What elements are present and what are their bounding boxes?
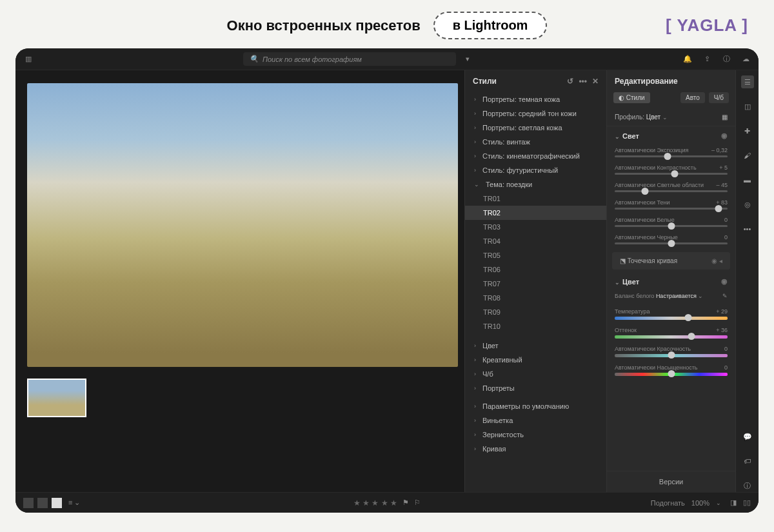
- profile-label: Профиль:: [615, 113, 644, 121]
- preset-item[interactable]: TR06: [465, 262, 606, 277]
- linear-gradient-icon[interactable]: ▬: [741, 173, 754, 186]
- slider[interactable]: Автоматически Черные0: [607, 232, 735, 250]
- auto-button[interactable]: Авто: [680, 92, 705, 103]
- tag-icon[interactable]: 🏷: [741, 455, 754, 468]
- flag-pick-icon[interactable]: ⚑: [402, 498, 409, 507]
- canvas-area: [15, 70, 464, 492]
- slider[interactable]: Автоматически Экспозиция– 0,32: [607, 145, 735, 163]
- wb-dropdown[interactable]: Настраивается: [656, 293, 697, 299]
- zoom-level[interactable]: 100%: [691, 499, 710, 507]
- color-slider[interactable]: Автоматически Насыщенность0: [607, 362, 735, 381]
- profile-value[interactable]: Цвет: [646, 113, 660, 121]
- wb-label: Баланс белого: [615, 293, 654, 299]
- more-icon[interactable]: •••: [579, 77, 587, 86]
- radial-gradient-icon[interactable]: ◎: [741, 198, 754, 211]
- preset-group-expanded[interactable]: ⌄Тема: поездки: [465, 177, 606, 192]
- view-single-icon[interactable]: [52, 498, 62, 508]
- comment-icon[interactable]: 💬: [741, 430, 754, 443]
- compare-icon[interactable]: ▯▯: [743, 498, 751, 507]
- close-icon[interactable]: ✕: [592, 77, 599, 86]
- slider[interactable]: Автоматически Белые0: [607, 215, 735, 232]
- preset-group[interactable]: ›Кривая: [465, 442, 606, 456]
- filter-icon[interactable]: ▾: [462, 54, 473, 64]
- rating-stars[interactable]: ★ ★ ★ ★ ★: [353, 498, 397, 507]
- bottombar: ≡ ⌄ ★ ★ ★ ★ ★ ⚑ ⚐ Подогнать 100% ⌄ ◨ ▯▯: [15, 492, 759, 513]
- eye-icon[interactable]: ◉: [721, 277, 728, 286]
- search-placeholder: Поиск по всем фотографиям: [263, 55, 362, 63]
- preset-defaults[interactable]: ›Параметры по умолчанию: [465, 399, 606, 413]
- help-icon[interactable]: ⓘ: [721, 54, 731, 64]
- preset-group[interactable]: ›Портреты: средний тон кожи: [465, 106, 606, 121]
- curve-button[interactable]: ⬔ Точечная кривая ◉ ◂: [612, 252, 730, 270]
- preset-group[interactable]: ›Портреты: темная кожа: [465, 92, 606, 106]
- preset-group[interactable]: ›Портреты: светлая кожа: [465, 121, 606, 135]
- bell-icon[interactable]: 🔔: [682, 54, 693, 64]
- preset-group[interactable]: ›Креативный: [465, 353, 606, 367]
- search-input[interactable]: 🔍 Поиск по всем фотографиям: [243, 52, 456, 66]
- presets-panel: Стили ↺ ••• ✕ ›Портреты: темная кожа›Пор…: [464, 70, 606, 492]
- topbar: ▥ 🔍 Поиск по всем фотографиям ▾ 🔔 ⇪ ⓘ ☁: [15, 48, 759, 70]
- preset-group[interactable]: ›Виньетка: [465, 413, 606, 428]
- preset-item[interactable]: TR09: [465, 305, 606, 319]
- more-tool-icon[interactable]: •••: [741, 222, 754, 235]
- sort-icon[interactable]: ≡ ⌄: [68, 498, 80, 507]
- presets-title: Стили: [473, 77, 497, 86]
- eye-icon[interactable]: ◉: [721, 132, 728, 140]
- preset-group[interactable]: ›Ч/б: [465, 367, 606, 381]
- crop-tool-icon[interactable]: ◫: [741, 100, 754, 113]
- preset-group[interactable]: ›Стиль: кинематографический: [465, 149, 606, 163]
- bw-button[interactable]: Ч/б: [709, 92, 729, 103]
- preset-item[interactable]: TR07: [465, 277, 606, 291]
- preset-item[interactable]: TR04: [465, 234, 606, 248]
- color-slider[interactable]: Автоматически Красочность0: [607, 344, 735, 362]
- color-slider[interactable]: Температура+ 29: [607, 306, 735, 325]
- preset-group[interactable]: ›Цвет: [465, 339, 606, 353]
- eyedropper-icon[interactable]: ✎: [722, 293, 728, 299]
- slider[interactable]: Автоматически Светлые области– 45: [607, 180, 735, 197]
- share-icon[interactable]: ⇪: [702, 54, 712, 64]
- page-title: Окно встроенных пресетов: [227, 17, 421, 34]
- slider[interactable]: Автоматически Контрастность+ 5: [607, 163, 735, 180]
- preset-group[interactable]: ›Портреты: [465, 381, 606, 395]
- preset-item[interactable]: TR10: [465, 319, 606, 333]
- preset-item[interactable]: TR02: [465, 206, 606, 220]
- view-grid-icon[interactable]: [23, 498, 34, 508]
- brand-logo: [ YAGLA ]: [666, 15, 748, 35]
- color-slider[interactable]: Оттенок+ 36: [607, 325, 735, 344]
- photo-preview[interactable]: [27, 83, 458, 367]
- info-icon[interactable]: ⓘ: [741, 479, 754, 492]
- slider[interactable]: Автоматически Тени+ 83: [607, 197, 735, 215]
- color-section-title[interactable]: Цвет: [622, 278, 639, 286]
- light-section-title[interactable]: Свет: [622, 132, 639, 140]
- edit-panel: Редактирование ◐ Стили Авто Ч/б Профиль:…: [606, 70, 735, 492]
- versions-button[interactable]: Версии: [607, 471, 735, 492]
- panel-toggle-icon[interactable]: ▥: [23, 54, 34, 64]
- preset-item[interactable]: TR08: [465, 291, 606, 305]
- undo-icon[interactable]: ↺: [567, 77, 573, 86]
- cloud-icon[interactable]: ☁: [740, 54, 751, 64]
- styles-button[interactable]: ◐ Стили: [613, 92, 650, 103]
- flag-reject-icon[interactable]: ⚐: [414, 498, 421, 507]
- edit-title: Редактирование: [607, 70, 735, 92]
- sliders-tool-icon[interactable]: ☰: [741, 75, 754, 88]
- view-square-icon[interactable]: [37, 498, 48, 508]
- brush-tool-icon[interactable]: 🖌: [741, 149, 754, 162]
- histogram-icon[interactable]: ◨: [730, 498, 737, 507]
- preset-item[interactable]: TR01: [465, 192, 606, 206]
- preset-group[interactable]: ›Стиль: винтаж: [465, 135, 606, 149]
- photo-thumbnail[interactable]: [27, 379, 86, 417]
- preset-group[interactable]: ›Зернистость: [465, 428, 606, 442]
- preset-item[interactable]: TR05: [465, 248, 606, 262]
- preset-group[interactable]: ›Стиль: футуристичный: [465, 163, 606, 177]
- preset-item[interactable]: TR03: [465, 220, 606, 234]
- heal-tool-icon[interactable]: ✚: [741, 124, 754, 137]
- lightroom-window: ▥ 🔍 Поиск по всем фотографиям ▾ 🔔 ⇪ ⓘ ☁ …: [15, 48, 759, 513]
- search-icon: 🔍: [250, 55, 259, 63]
- tool-rail: ☰ ◫ ✚ 🖌 ▬ ◎ ••• 💬 🏷 ⓘ: [735, 70, 759, 492]
- title-chip: в Lightroom: [433, 12, 548, 39]
- fit-button[interactable]: Подогнать: [651, 499, 685, 507]
- grid-icon[interactable]: ▦: [722, 113, 728, 121]
